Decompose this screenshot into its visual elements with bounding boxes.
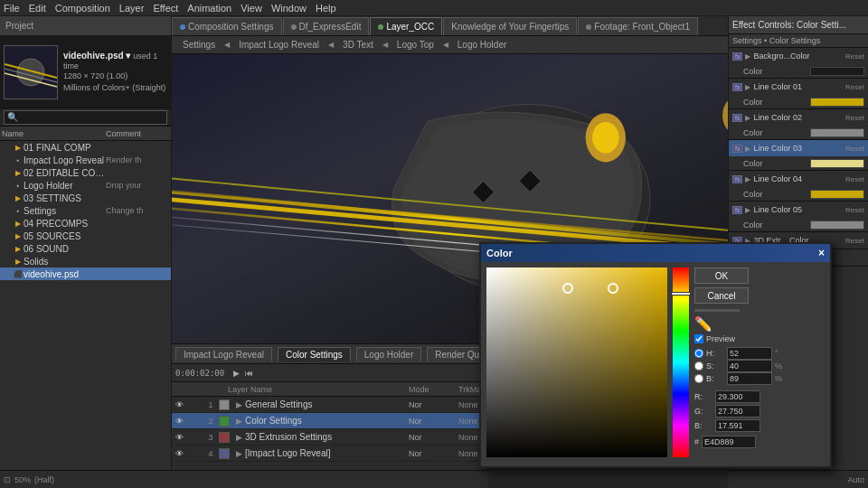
subtab-3dtext[interactable]: 3D Text xyxy=(335,38,381,52)
menu-effect[interactable]: Effect xyxy=(153,3,178,14)
effect-sub-row: Color xyxy=(729,218,868,231)
menu-edit[interactable]: Edit xyxy=(29,3,46,14)
effect-reset-button[interactable]: Reset xyxy=(845,206,864,214)
effect-color-swatch[interactable] xyxy=(810,159,864,168)
b2-input[interactable] xyxy=(715,419,760,432)
layer-visibility[interactable]: 👁 xyxy=(174,449,184,458)
hue-bar[interactable] xyxy=(673,267,689,457)
tab-knowledge[interactable]: Knowledge of Your Fingertips xyxy=(443,17,577,35)
effect-expand-arrow[interactable]: ▶ xyxy=(745,114,750,122)
subtab-logotop[interactable]: Logo Top xyxy=(390,38,441,52)
effect-reset-button[interactable]: Reset xyxy=(845,114,864,122)
tab-footage[interactable]: Footage: Front_Object1 xyxy=(578,17,698,35)
subtab-logoholder[interactable]: Logo Holder xyxy=(450,38,514,52)
color-gradient-picker[interactable] xyxy=(486,267,667,457)
s-radio[interactable] xyxy=(694,361,703,371)
tree-item[interactable]: ▶02 EDITABLE COMPS xyxy=(0,166,171,179)
color-dialog-close-button[interactable]: × xyxy=(818,247,825,259)
effect-expand-arrow[interactable]: ▶ xyxy=(745,52,750,61)
tree-item[interactable]: ▶03 SETTINGS xyxy=(0,192,171,204)
tl-toolbar-icon2[interactable]: ⏮ xyxy=(245,369,253,378)
tl-tab-color[interactable]: Color Settings xyxy=(278,347,351,361)
eyedropper-tool[interactable]: ✏️ xyxy=(694,316,712,332)
effect-main-row[interactable]: fx ▶ Backgro...Color Reset xyxy=(729,48,868,64)
effect-main-row[interactable]: fx ▶ Line Color 03 Reset xyxy=(729,140,868,156)
ok-button[interactable]: OK xyxy=(694,267,749,284)
layer-row[interactable]: 👁 2 ▶ Color Settings Nor None ▾ xyxy=(172,413,487,429)
s-input[interactable] xyxy=(727,360,772,372)
search-input[interactable] xyxy=(4,110,167,125)
tree-item[interactable]: ▪Logo HolderDrop your xyxy=(0,179,171,192)
sub-tabs-bar: Settings ◀ Impact Logo Reveal ◀ 3D Text … xyxy=(172,36,728,54)
layer-expand[interactable]: ▶ xyxy=(232,449,245,458)
effect-sub-row: Color xyxy=(729,187,868,201)
tl-tab-impact[interactable]: Impact Logo Reveal xyxy=(175,347,272,361)
layer-expand[interactable]: ▶ xyxy=(232,400,245,409)
effect-color-swatch[interactable] xyxy=(810,190,864,199)
b-radio[interactable] xyxy=(694,374,703,383)
effect-main-row[interactable]: fx ▶ Line Color 01 Reset xyxy=(729,79,868,95)
effect-reset-button[interactable]: Reset xyxy=(845,237,864,245)
tab-layer-occ[interactable]: Layer_OCC xyxy=(370,17,442,35)
effect-main-row[interactable]: fx ▶ Line Color 02 Reset xyxy=(729,109,868,126)
tl-toolbar-icon1[interactable]: ▶ xyxy=(233,369,240,378)
layer-row[interactable]: 👁 3 ▶ 3D Extrusion Settings Nor None ▾ xyxy=(172,429,487,446)
tree-item[interactable]: ▶05 SOURCES xyxy=(0,230,171,242)
tree-item[interactable]: ▪Impact Logo RevealRender th xyxy=(0,154,171,166)
viewport-quality[interactable]: (Half) xyxy=(34,475,54,484)
menu-composition[interactable]: Composition xyxy=(55,3,110,14)
hex-input[interactable] xyxy=(702,436,756,448)
b-input[interactable] xyxy=(727,372,772,385)
tree-item[interactable]: ▶04 PRECOMPS xyxy=(0,217,171,230)
tree-item[interactable]: ▪SettingsChange th xyxy=(0,204,171,217)
file-color-mode: Millions of Colors+ (Straight) xyxy=(63,82,167,94)
tree-item[interactable]: ▶Solids xyxy=(0,255,171,267)
effect-expand-arrow[interactable]: ▶ xyxy=(745,206,750,214)
preview-checkbox[interactable] xyxy=(694,334,703,343)
cancel-button[interactable]: Cancel xyxy=(694,287,749,304)
tree-item[interactable]: ▶06 SOUND xyxy=(0,242,171,255)
effect-name-label: Line Color 05 xyxy=(753,205,844,214)
menu-file[interactable]: File xyxy=(4,3,20,14)
effect-expand-arrow[interactable]: ▶ xyxy=(745,83,750,91)
effect-main-row[interactable]: fx ▶ Line Color 04 Reset xyxy=(729,171,868,187)
r-input[interactable] xyxy=(715,390,760,403)
menu-bar: File Edit Composition Layer Effect Anima… xyxy=(0,0,868,16)
menu-window[interactable]: Window xyxy=(271,3,307,14)
effect-color-swatch[interactable] xyxy=(810,221,864,230)
layer-expand[interactable]: ▶ xyxy=(232,417,245,426)
subtab-impact[interactable]: Impact Logo Reveal xyxy=(231,38,326,52)
effect-color-swatch[interactable] xyxy=(810,128,864,137)
viewport-zoom[interactable]: 50% xyxy=(14,475,31,484)
menu-animation[interactable]: Animation xyxy=(187,3,231,14)
layer-visibility[interactable]: 👁 xyxy=(174,400,184,409)
effect-reset-button[interactable]: Reset xyxy=(845,52,864,61)
effect-color-swatch[interactable] xyxy=(810,67,864,76)
menu-help[interactable]: Help xyxy=(316,3,336,14)
viewport-extra1[interactable]: Auto xyxy=(847,475,864,484)
subtab-settings[interactable]: Settings xyxy=(175,38,222,52)
layer-row[interactable]: 👁 4 ▶ [Impact Logo Reveal] Nor None ▾ xyxy=(172,446,487,462)
layer-row[interactable]: 👁 1 ▶ General Settings Nor None ▾ xyxy=(172,397,487,413)
layer-visibility[interactable]: 👁 xyxy=(174,433,184,442)
tree-item[interactable]: ▶01 FINAL COMP xyxy=(0,141,171,154)
effect-expand-arrow[interactable]: ▶ xyxy=(745,175,750,183)
effect-color-swatch[interactable] xyxy=(810,98,864,107)
g-input[interactable] xyxy=(715,405,760,418)
tab-comp-settings[interactable]: Composition Settings xyxy=(172,17,282,35)
tree-item[interactable]: ⬛videohive.psd xyxy=(0,267,171,280)
menu-view[interactable]: View xyxy=(241,3,262,14)
h-input[interactable] xyxy=(727,347,772,360)
tab-express-edit[interactable]: Df_ExpressEdit xyxy=(283,17,370,35)
h-radio[interactable] xyxy=(694,349,703,358)
effect-reset-button[interactable]: Reset xyxy=(845,145,864,153)
menu-layer[interactable]: Layer xyxy=(119,3,145,14)
effect-expand-arrow[interactable]: ▶ xyxy=(745,145,750,153)
tl-tab-logo[interactable]: Logo Holder xyxy=(356,347,421,361)
effect-reset-button[interactable]: Reset xyxy=(845,83,864,91)
effect-reset-button[interactable]: Reset xyxy=(845,175,864,183)
effect-sub-label: Color xyxy=(743,128,808,137)
effect-main-row[interactable]: fx ▶ Line Color 05 Reset xyxy=(729,202,868,218)
layer-visibility[interactable]: 👁 xyxy=(174,417,184,426)
layer-expand[interactable]: ▶ xyxy=(232,433,245,442)
